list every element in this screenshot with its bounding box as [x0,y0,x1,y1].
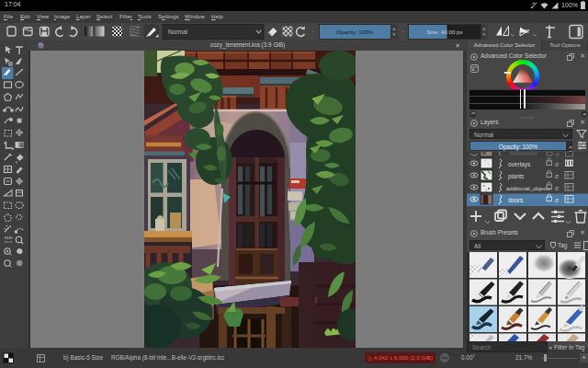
svg-text:α: α [555,185,559,191]
svg-text:doors: doors [508,197,524,203]
svg-text:Size: 40.00 px: Size: 40.00 px [426,29,463,35]
svg-text:α: α [555,173,559,179]
svg-text:α: α [556,152,560,157]
svg-text:α: α [555,161,559,167]
svg-text:overlays: overlays [508,161,531,168]
svg-text:plants: plants [508,173,525,180]
svg-text:Opacity: 100%: Opacity: 100% [336,29,374,35]
svg-text:α: α [555,197,559,203]
svg-text:Normal: Normal [168,29,188,35]
svg-text:additional_objects: additional_objects [506,186,550,191]
